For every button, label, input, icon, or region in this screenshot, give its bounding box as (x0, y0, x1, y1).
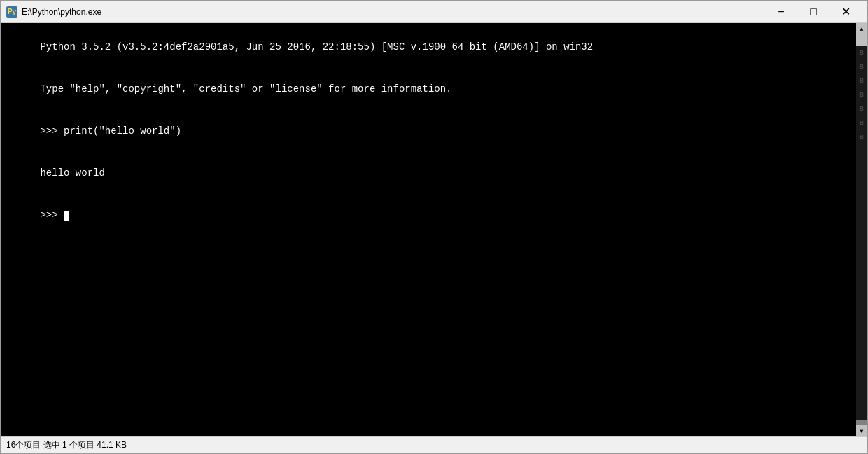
terminal-line-2: Type "help", "copyright", "credits" or "… (40, 83, 451, 95)
app-icon: Py (6, 6, 18, 18)
terminal-line-4: hello world (40, 167, 104, 179)
status-bar: 16个项目 选中 1 个项目 41.1 KB (1, 436, 867, 453)
maximize-button[interactable]: □ (797, 1, 830, 23)
window-title: E:\Python\python.exe (22, 7, 765, 17)
minimize-button[interactable]: − (765, 1, 797, 23)
terminal-body[interactable]: Python 3.5.2 (v3.5.2:4def2a2901a5, Jun 2… (1, 23, 867, 436)
panel-letter-4: B (860, 88, 864, 102)
panel-letter-7: B (860, 130, 864, 144)
window-controls: − □ ✕ (765, 1, 862, 23)
panel-letter-5: B (860, 102, 864, 116)
close-button[interactable]: ✕ (830, 1, 862, 23)
panel-letter-1: B (860, 46, 864, 60)
status-text: 16个项目 选中 1 个项目 41.1 KB (6, 439, 127, 451)
terminal-line-3: >>> print("hello world") (40, 125, 181, 137)
title-bar: Py E:\Python\python.exe − □ ✕ (1, 1, 867, 23)
terminal-line-1: Python 3.5.2 (v3.5.2:4def2a2901a5, Jun 2… (40, 41, 593, 53)
scroll-up-button[interactable]: ▲ (856, 23, 867, 34)
terminal-cursor (64, 211, 69, 221)
scroll-down-button[interactable]: ▼ (856, 425, 867, 436)
panel-letter-2: B (860, 60, 864, 74)
panel-letter-6: B (860, 116, 864, 130)
panel-letter-3: B (860, 74, 864, 88)
window: Py E:\Python\python.exe − □ ✕ Python 3.5… (0, 0, 868, 454)
terminal-prompt: >>> (40, 209, 64, 221)
terminal-content: Python 3.5.2 (v3.5.2:4def2a2901a5, Jun 2… (5, 26, 863, 236)
right-panel: B B B B B B B (856, 46, 867, 420)
python-icon: Py (6, 6, 18, 18)
